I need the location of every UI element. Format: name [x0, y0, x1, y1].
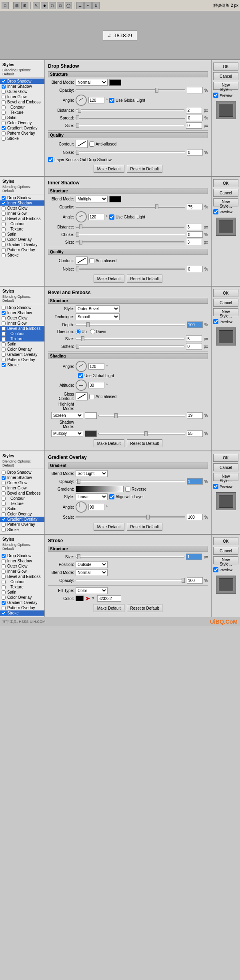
- sidebar-item-contour-3[interactable]: Contour: [0, 331, 44, 336]
- sidebar-item-bevel-5[interactable]: Bevel and Emboss: [0, 574, 44, 579]
- noise-input-2[interactable]: [187, 266, 203, 272]
- inner-shadow-check-1[interactable]: [2, 85, 6, 89]
- opacity-input-2[interactable]: [187, 204, 203, 210]
- stroke-check-1[interactable]: [2, 137, 6, 141]
- sidebar-item-pattern-overlay-2[interactable]: Pattern Overlay: [0, 247, 44, 253]
- opacity-input-5[interactable]: [187, 577, 203, 584]
- sidebar-item-stroke-4[interactable]: Stroke: [0, 527, 44, 532]
- tool-icon-9[interactable]: ⚊: [76, 2, 84, 9]
- angle-dial-2[interactable]: [76, 211, 87, 222]
- sidebar-item-drop-shadow-2[interactable]: Drop Shadow: [0, 195, 44, 200]
- drop-shadow-check-2[interactable]: [2, 196, 6, 200]
- blend-mode-select-4[interactable]: Soft Light: [76, 470, 108, 477]
- tool-icon-6[interactable]: ⬡: [49, 2, 56, 9]
- sidebar-item-outer-glow-1[interactable]: Outer Glow: [0, 89, 44, 94]
- sidebar-item-bevel-3[interactable]: Bevel and Emboss: [0, 326, 44, 331]
- sidebar-item-satin-4[interactable]: Satin: [0, 506, 44, 511]
- angle-dial-4[interactable]: [76, 501, 87, 513]
- style-select-3[interactable]: Outer Bevel: [76, 305, 120, 312]
- contour-preview-1[interactable]: [76, 140, 88, 148]
- ok-btn-1[interactable]: OK: [213, 63, 238, 71]
- size-slider-1[interactable]: [76, 125, 184, 126]
- sidebar-item-drop-shadow-4[interactable]: Drop Shadow: [0, 470, 44, 475]
- contour-check-2[interactable]: [2, 222, 6, 226]
- tool-icon-1[interactable]: □: [2, 2, 9, 9]
- highlight-opacity-input-3[interactable]: [187, 412, 203, 419]
- color-overlay-check-4[interactable]: [2, 512, 6, 516]
- opacity-slider-5[interactable]: [76, 580, 185, 581]
- choke-slider-2[interactable]: [76, 234, 185, 235]
- technique-select-3[interactable]: Smooth: [76, 313, 120, 320]
- anti-aliased-row-3[interactable]: Anti-aliased: [89, 394, 116, 399]
- color-overlay-check-1[interactable]: [2, 121, 6, 125]
- inner-shadow-check-4[interactable]: [2, 476, 6, 480]
- tool-icon-7[interactable]: □: [57, 2, 64, 9]
- satin-check-2[interactable]: [2, 232, 6, 236]
- drop-shadow-check-3[interactable]: [2, 306, 6, 310]
- sidebar-item-texture-3[interactable]: Texture: [0, 336, 44, 341]
- depth-slider-3[interactable]: [76, 324, 185, 325]
- shadow-mode-select-3[interactable]: Multiply: [51, 430, 83, 437]
- cancel-btn-2[interactable]: Cancel: [213, 189, 238, 197]
- reset-default-btn-1[interactable]: Reset to Default: [127, 165, 163, 173]
- pattern-overlay-check-5[interactable]: [2, 606, 6, 610]
- noise-slider-2[interactable]: [76, 268, 185, 270]
- sidebar-item-texture-1[interactable]: Texture: [0, 110, 44, 115]
- stroke-check-3[interactable]: [2, 363, 6, 367]
- sidebar-item-bevel-1[interactable]: Bevel and Emboss: [0, 99, 44, 105]
- bevel-check-3[interactable]: [2, 327, 6, 331]
- tool-icon-5[interactable]: ◆: [41, 2, 48, 9]
- noise-input-1[interactable]: [187, 149, 203, 156]
- blend-color-swatch-2[interactable]: [109, 196, 121, 202]
- contour-check-1[interactable]: [2, 105, 6, 109]
- sidebar-item-contour-5[interactable]: Contour: [0, 579, 44, 584]
- satin-check-5[interactable]: [2, 590, 6, 594]
- new-style-btn-4[interactable]: New Style...: [213, 473, 238, 481]
- inner-glow-check-2[interactable]: [2, 212, 6, 216]
- contour-check-3[interactable]: [2, 332, 6, 336]
- angle-input-3[interactable]: [88, 363, 104, 370]
- anti-aliased-row-1[interactable]: Anti-aliased: [89, 141, 116, 147]
- sidebar-item-stroke-1[interactable]: Stroke: [0, 136, 44, 141]
- satin-check-1[interactable]: [2, 116, 6, 120]
- cancel-btn-1[interactable]: Cancel: [213, 72, 238, 80]
- ok-btn-5[interactable]: OK: [213, 537, 238, 545]
- inner-glow-check-4[interactable]: [2, 486, 6, 490]
- inner-shadow-check-2[interactable]: [2, 201, 6, 205]
- texture-check-5[interactable]: [2, 585, 6, 589]
- color-input-5[interactable]: [97, 595, 121, 602]
- satin-check-4[interactable]: [2, 507, 6, 511]
- sidebar-item-inner-shadow-5[interactable]: Inner Shadow: [0, 558, 44, 564]
- size-input-5[interactable]: [186, 554, 202, 560]
- texture-check-4[interactable]: [2, 502, 6, 506]
- fill-type-select-5[interactable]: Color: [76, 587, 108, 594]
- bevel-check-5[interactable]: [2, 575, 6, 579]
- outer-glow-check-4[interactable]: [2, 481, 6, 485]
- drop-shadow-check-4[interactable]: [2, 471, 6, 475]
- highlight-color-swatch-3[interactable]: [85, 412, 97, 419]
- sidebar-item-drop-shadow-1[interactable]: Drop Shadow: [0, 79, 44, 84]
- direction-down-radio[interactable]: [90, 329, 95, 334]
- texture-check-3[interactable]: [2, 337, 6, 341]
- angle-input-2[interactable]: [88, 214, 104, 220]
- depth-input-3[interactable]: [187, 321, 203, 328]
- satin-check-3[interactable]: [2, 342, 6, 346]
- highlight-opacity-slider-3[interactable]: [98, 415, 185, 416]
- cancel-btn-4[interactable]: Cancel: [213, 463, 238, 471]
- soften-input-3[interactable]: [186, 343, 202, 350]
- sidebar-item-outer-glow-2[interactable]: Outer Glow: [0, 206, 44, 211]
- contour-check-5[interactable]: [2, 580, 6, 584]
- contour-check-4[interactable]: [2, 497, 6, 501]
- scale-slider-4[interactable]: [76, 516, 185, 518]
- opacity-input-4[interactable]: [187, 478, 203, 485]
- size-input-2[interactable]: [186, 239, 202, 245]
- sidebar-item-inner-glow-1[interactable]: Inner Glow: [0, 94, 44, 99]
- sidebar-item-drop-shadow-5[interactable]: Drop Shadow: [0, 553, 44, 558]
- bevel-check-2[interactable]: [2, 217, 6, 221]
- global-light-row-3[interactable]: Use Global Light: [78, 373, 114, 378]
- blend-mode-select-5[interactable]: Normal: [76, 569, 108, 576]
- align-layer-row-4[interactable]: Align with Layer: [109, 494, 144, 499]
- sidebar-item-color-overlay-4[interactable]: Color Overlay: [0, 511, 44, 517]
- global-light-check-1[interactable]: [109, 98, 114, 103]
- shadow-opacity-slider-3[interactable]: [98, 433, 185, 434]
